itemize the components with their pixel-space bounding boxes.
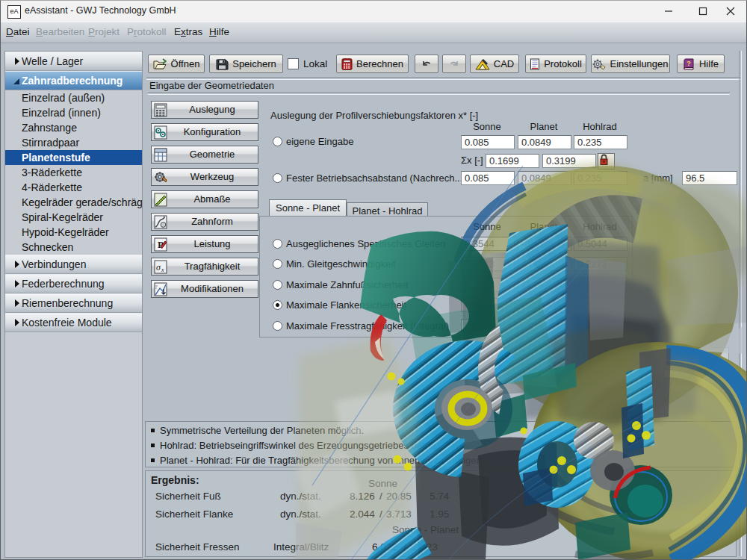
svg-text:?: ?: [686, 60, 691, 67]
svg-text:x: x: [161, 267, 164, 273]
